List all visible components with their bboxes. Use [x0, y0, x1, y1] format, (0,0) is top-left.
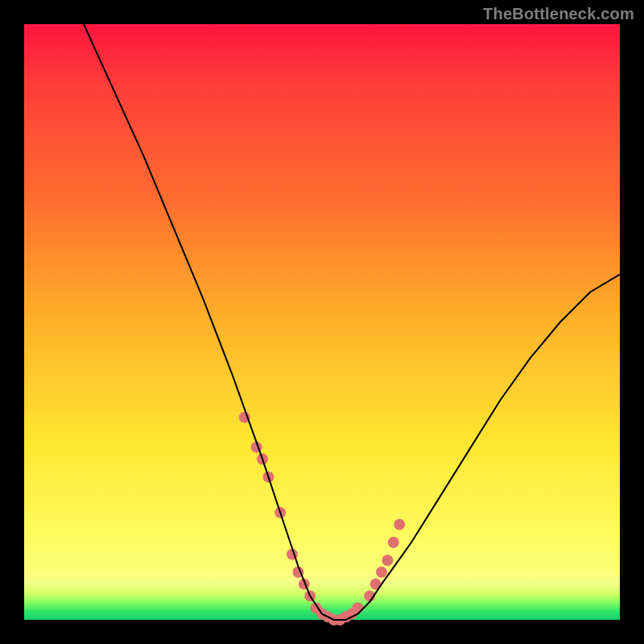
branding-label: TheBottleneck.com [483, 5, 634, 23]
highlight-dots-layer [239, 411, 405, 625]
chart-stage: TheBottleneck.com [0, 0, 644, 644]
curve-svg [24, 24, 620, 620]
highlight-dot [352, 602, 363, 613]
highlight-dot [376, 567, 387, 578]
highlight-dot [388, 537, 399, 548]
highlight-dot [382, 555, 393, 566]
plot-area [24, 24, 620, 620]
bottleneck-curve [84, 24, 620, 620]
highlight-dot [394, 519, 405, 530]
